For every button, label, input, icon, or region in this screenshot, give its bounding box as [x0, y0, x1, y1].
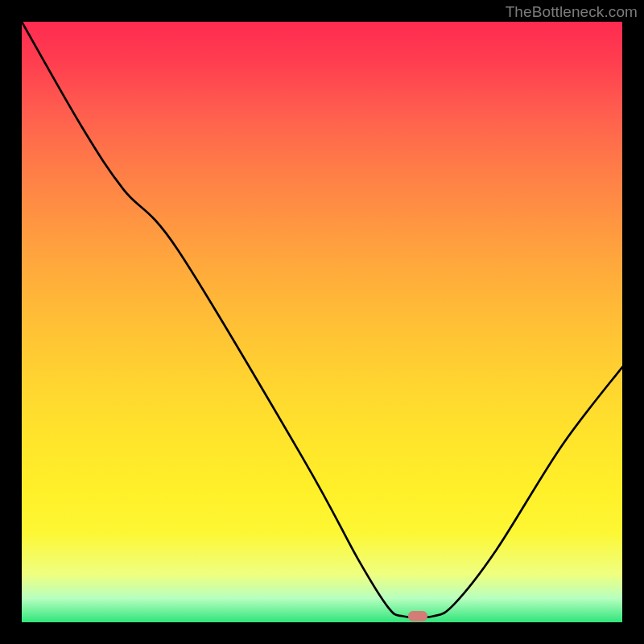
chart-plot-area	[22, 22, 622, 622]
watermark-label: TheBottleneck.com	[506, 3, 638, 21]
bottleneck-curve	[22, 22, 622, 622]
optimal-marker	[408, 611, 427, 621]
